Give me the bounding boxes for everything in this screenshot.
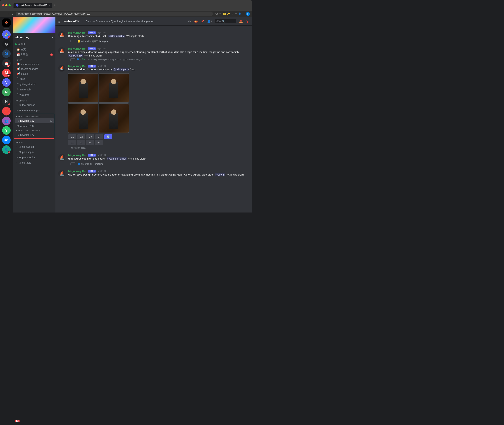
channel-getting-started[interactable]: # getting-started [14, 81, 54, 87]
server-icon-5[interactable]: M 21 [2, 69, 11, 77]
v1-button[interactable]: V1 [68, 140, 76, 145]
tabs: (108) Discord | #newbies-117 ✕ + [13, 3, 250, 8]
server-icon-10[interactable]: 👥 [2, 117, 11, 125]
replied-author: 🔵 机器人 [77, 58, 86, 61]
tab-close-button[interactable]: ✕ [48, 4, 50, 7]
browser-window: (108) Discord | #newbies-117 ✕ + ← → ↻ A… [0, 0, 252, 212]
search-box[interactable]: 搜索 🔍 [215, 19, 236, 23]
hash-icon-discussion: # [19, 145, 21, 149]
u2-button[interactable]: U2 [77, 134, 85, 139]
channel-discussion[interactable]: ▸ # discussion [14, 144, 54, 149]
server-icon-9[interactable]: 🔴 5 [2, 107, 11, 115]
system-text-1: 🟡 saketh21v使用了 /imagine [78, 40, 108, 43]
events-badge: 2 [50, 53, 53, 56]
server-icon-4[interactable]: 📅 58 [2, 59, 11, 67]
translate-icon[interactable]: Aa [215, 13, 218, 15]
channel-newbies-147[interactable]: # newbies-147 [14, 124, 54, 129]
channel-announcements[interactable]: 📢 announcements [14, 62, 54, 66]
system-line-1 [70, 40, 75, 42]
help-icon[interactable]: ❓ [245, 20, 249, 23]
nav-events[interactable]: 📅 2 活动 2 [14, 52, 54, 57]
close-button[interactable] [2, 4, 4, 7]
minimize-button[interactable] [5, 4, 7, 7]
channel-newbies-177[interactable]: # newbies-177 [14, 132, 54, 137]
section-arrow-icon: ▾ [16, 59, 17, 61]
v4-button[interactable]: V4 [95, 140, 103, 145]
channel-trial-support[interactable]: ▸ # trial-support [14, 102, 54, 107]
profile-icon[interactable]: 👤 [238, 13, 241, 15]
section-support-header[interactable]: ▾ SUPPORT [13, 99, 55, 102]
v2-button[interactable]: V2 [77, 140, 85, 145]
channel-rules[interactable]: # rules [14, 76, 54, 81]
refresh-button-img[interactable]: 🔄 [104, 134, 112, 139]
server-badge-1: 1 [8, 36, 11, 39]
channel-prompt-chat[interactable]: ▸ # prompt-chat [14, 155, 54, 160]
channel-philosophy[interactable]: ▸ # philosophy [14, 149, 54, 155]
server-icon-ios[interactable]: iOS [2, 136, 11, 144]
u4-button[interactable]: U4 [95, 134, 103, 139]
extension-r-icon[interactable]: R [223, 13, 226, 15]
channel-micro-polls[interactable]: # micro-polls [14, 87, 54, 92]
nav-home[interactable]: 🏠 主页 [14, 47, 54, 52]
bing-icon[interactable]: b [246, 12, 250, 16]
forward-button[interactable]: → [7, 13, 9, 15]
server-badge-5: 21 [7, 74, 11, 77]
channel-newbies-117[interactable]: # newbies-117 ⊕ [14, 118, 54, 123]
back-button[interactable]: ← [2, 13, 5, 15]
server-icon-11[interactable]: Y [2, 126, 11, 135]
server-icon-12[interactable]: 🐾 5 [2, 145, 11, 154]
fullscreen-button[interactable] [8, 4, 11, 7]
section-info-header[interactable]: ▾ INFO [13, 59, 55, 62]
hash-icon-getting-started: # [17, 82, 19, 86]
section-arrow-newcomer3: ▾ [16, 116, 17, 118]
u3-button[interactable]: U3 [86, 134, 94, 139]
u1-button[interactable]: U1 [68, 134, 76, 139]
channel-off-topic[interactable]: ▸ # off-topic [14, 160, 54, 165]
split-view-icon[interactable]: ▭ [235, 13, 237, 15]
section-newcomer4-header[interactable]: ▾ NEWCOMER ROOMS 4 [14, 129, 54, 132]
message-text-2: male and female doctors wearing capeslik… [68, 50, 249, 57]
server-icon-midjourney[interactable] [2, 19, 11, 27]
channel-status[interactable]: 📢 status [14, 71, 54, 76]
active-tab[interactable]: (108) Discord | #newbies-117 ✕ [13, 3, 53, 8]
discord-favicon [16, 4, 19, 7]
tab-title: (108) Discord | #newbies-117 [20, 4, 47, 7]
browser-toolbar: Aa ☆ R 🔑 ↻ ▭ 👤 ··· b [215, 12, 250, 16]
message-content-3: Midjourney Bot ✓ 机器人 今天21:47 lawyer work… [68, 65, 249, 145]
url-input[interactable] [16, 12, 213, 16]
server-icon-6[interactable]: V [2, 78, 11, 87]
refresh2-icon[interactable]: ↻ [231, 13, 233, 15]
section-newcomer3-header[interactable]: ▾ NEWCOMER ROOMS 3 [14, 115, 54, 118]
section-chat: ▾ CHAT ▸ # discussion ▸ # philosophy ▸ #… [13, 141, 55, 166]
server-badge-12: 5 [8, 151, 11, 154]
system-text-2: 🔵 ckohn使用了 /imagine [78, 162, 103, 166]
server-icon-7[interactable]: N [2, 88, 11, 96]
pin-icon[interactable]: 📌 [201, 20, 204, 23]
server-icon-1[interactable]: 🏄 1 [2, 30, 11, 39]
home-icon: 🏠 [17, 48, 20, 51]
message-time-3: 今天21:47 [97, 65, 106, 67]
section-chat-header[interactable]: ▾ CHAT [13, 141, 55, 144]
browser-tab-bar: (108) Discord | #newbies-117 ✕ + [0, 0, 252, 11]
bitwarden-icon[interactable]: 🔑 [227, 13, 230, 15]
new-tab-button[interactable]: + [54, 4, 56, 7]
add-member-header-icon[interactable]: 👤+ [207, 20, 212, 23]
channel-recent-changes[interactable]: 📢 recent-changes [14, 67, 54, 71]
channel-description: Bot room for new users. Type /imagine th… [86, 20, 186, 23]
refresh-button[interactable]: ↻ [11, 13, 13, 15]
server-icon-2[interactable]: ◎ [2, 40, 11, 48]
channel-member-support[interactable]: ▸ # member-support [14, 108, 54, 113]
more-icon[interactable]: ··· [243, 13, 245, 15]
message-header-3: Midjourney Bot ✓ 机器人 今天21:47 [68, 65, 249, 67]
add-member-icon[interactable]: ⊕ [50, 119, 52, 122]
server-icon-8[interactable]: H 6 [2, 97, 11, 106]
v3-button[interactable]: V3 [86, 140, 94, 145]
server-header[interactable]: Midjourney ✕ [13, 33, 55, 41]
notification-bell-icon[interactable]: 🔕 [194, 20, 198, 23]
server-icon-3[interactable]: 🌀 [2, 49, 11, 58]
bot-badge-1: ✓ 机器人 [88, 32, 96, 34]
channel-welcome[interactable]: # welcome [14, 92, 54, 97]
star-icon[interactable]: ☆ [219, 13, 221, 15]
inbox-icon[interactable]: 📥 [239, 20, 243, 23]
bot-badge-3: ✓ 机器人 [88, 65, 96, 67]
